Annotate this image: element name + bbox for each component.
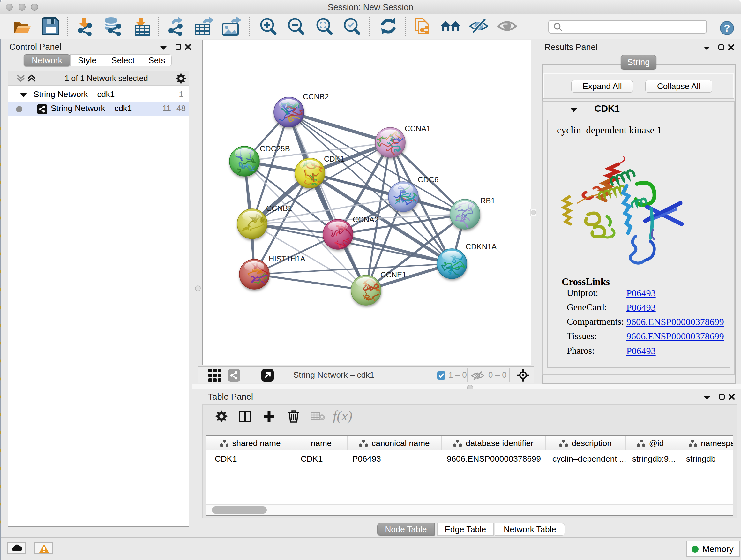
svg-text:CDC25B: CDC25B bbox=[260, 144, 290, 153]
svg-text:CCNB1: CCNB1 bbox=[266, 204, 292, 212]
svg-text:CCNB2: CCNB2 bbox=[303, 92, 329, 101]
svg-text:?: ? bbox=[724, 22, 730, 34]
svg-text:CDK1: CDK1 bbox=[324, 154, 344, 163]
svg-text:CCNA2: CCNA2 bbox=[353, 215, 379, 224]
svg-text:CDKN1A: CDKN1A bbox=[466, 242, 496, 251]
svg-text:CCNA1: CCNA1 bbox=[405, 124, 430, 133]
svg-text:CCNE1: CCNE1 bbox=[381, 270, 406, 279]
svg-text:RB1: RB1 bbox=[480, 196, 495, 205]
svg-text:CDC6: CDC6 bbox=[418, 175, 439, 184]
svg-text:HIST1H1A: HIST1H1A bbox=[269, 254, 306, 263]
